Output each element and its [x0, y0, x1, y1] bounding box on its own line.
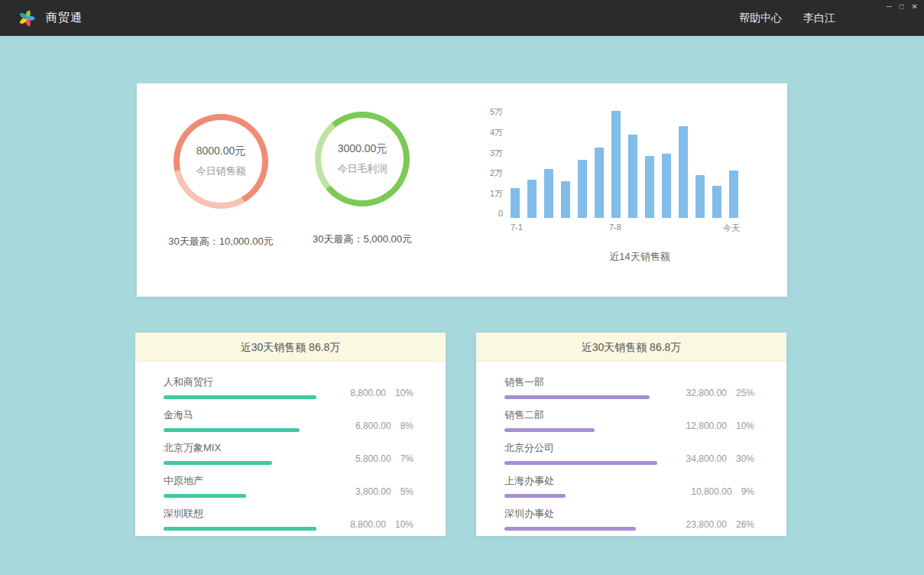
row-bar-track	[504, 428, 657, 432]
list-item-right: 12,800.0010%	[686, 421, 754, 432]
list-item: 中原地产 3,800.005%	[164, 474, 413, 498]
list-item: 人和商贸行 8,800.0010%	[164, 375, 413, 399]
chart-bar	[662, 154, 671, 218]
row-bar	[504, 395, 650, 399]
titlebar-left: 商贸通	[18, 10, 83, 27]
app-logo-icon	[18, 10, 35, 27]
profit-donut-value: 3000.00元	[338, 142, 387, 156]
x-tick-start: 7-1	[511, 223, 523, 232]
row-bar	[164, 428, 300, 432]
chart-plot-area: 7-1 7-8 今天	[511, 106, 740, 235]
window-controls: ─ □ ✕	[886, 2, 918, 11]
row-percent: 10%	[736, 421, 754, 431]
row-bar-track	[164, 428, 316, 432]
profit-donut-label: 今日毛利润	[338, 162, 387, 176]
row-value: 23,800.00	[686, 519, 727, 530]
chart-bar	[729, 171, 738, 218]
profit-donut-footnote: 30天最高：5,000.00元	[301, 232, 423, 246]
row-name: 中原地产	[164, 474, 316, 488]
row-name: 销售二部	[504, 408, 657, 422]
row-bar	[164, 461, 272, 465]
list-item-left: 北京万象MIX	[164, 441, 316, 465]
row-bar	[504, 494, 566, 498]
titlebar: 商贸通 帮助中心 李白江 ─ □ ✕	[0, 0, 924, 36]
row-value: 12,800.00	[686, 421, 727, 431]
row-name: 上海办事处	[504, 474, 657, 488]
sales-donut-footnote: 30天最高：10,000.00元	[160, 235, 282, 249]
chart-bar	[527, 180, 537, 218]
list-item-left: 北京分公司	[504, 441, 657, 465]
row-bar	[164, 527, 316, 531]
row-bar-track	[504, 461, 657, 465]
customers-rows: 人和商贸行 8,800.0010% 金海马 6,800.008% 北京万象MIX…	[135, 362, 446, 531]
row-bar-track	[504, 395, 657, 399]
row-value: 5,800.00	[355, 453, 391, 464]
chart-bar	[611, 111, 621, 218]
maximize-icon[interactable]: □	[900, 2, 904, 11]
row-bar-track	[164, 395, 316, 399]
list-item: 北京万象MIX 5,800.007%	[164, 441, 413, 465]
row-bar	[504, 428, 595, 432]
chart-x-axis: 7-1 7-8 今天	[511, 223, 740, 235]
x-tick-end: 今天	[723, 223, 740, 234]
row-bar-track	[164, 461, 316, 465]
row-name: 深圳办事处	[504, 507, 657, 521]
chart-bar	[511, 188, 520, 218]
row-percent: 7%	[400, 453, 413, 464]
row-bar-track	[164, 527, 316, 531]
row-name: 深圳联想	[164, 507, 316, 521]
row-bar-track	[504, 527, 657, 531]
row-percent: 8%	[400, 421, 413, 431]
chart-bars	[511, 111, 740, 218]
y-tick-label: 1万	[490, 188, 503, 200]
list-item-left: 人和商贸行	[164, 375, 316, 399]
row-name: 金海马	[164, 408, 316, 422]
row-percent: 9%	[741, 486, 754, 497]
list-item-right: 32,800.0025%	[686, 388, 754, 399]
x-tick-mid: 7-8	[609, 223, 621, 232]
row-value: 34,800.00	[686, 453, 727, 464]
list-item: 销售一部 32,800.0025%	[504, 375, 754, 399]
chart-bar	[561, 181, 570, 218]
row-percent: 10%	[395, 519, 413, 530]
list-item: 深圳联想 8,800.0010%	[164, 507, 413, 531]
sales-donut-ring: 8000.00元 今日销售额	[173, 114, 268, 209]
overview-card: 8000.00元 今日销售额 30天最高：10,000.00元 3000.00元…	[137, 83, 787, 297]
list-item-left: 深圳联想	[164, 507, 316, 531]
list-item: 北京分公司 34,800.0030%	[504, 441, 754, 465]
username-link[interactable]: 李白江	[803, 11, 835, 25]
departments-card-title: 近30天销售额 86.8万	[476, 333, 786, 362]
chart-bar	[679, 126, 688, 218]
row-percent: 26%	[736, 519, 754, 530]
list-item-left: 上海办事处	[504, 474, 657, 498]
list-item-right: 8,800.0010%	[350, 388, 413, 399]
help-center-link[interactable]: 帮助中心	[739, 11, 782, 25]
app-title: 商贸通	[46, 11, 83, 25]
y-tick-label: 2万	[490, 167, 503, 179]
list-item-right: 23,800.0026%	[686, 519, 754, 531]
chart-bar	[544, 169, 553, 218]
row-name: 北京分公司	[504, 441, 657, 455]
list-item-right: 10,800.009%	[691, 486, 754, 498]
today-sales-donut: 8000.00元 今日销售额 30天最高：10,000.00元	[160, 114, 282, 249]
minimize-icon[interactable]: ─	[886, 2, 891, 11]
profit-donut-ring: 3000.00元 今日毛利润	[315, 112, 410, 206]
list-item: 销售二部 12,800.0010%	[504, 408, 754, 432]
close-icon[interactable]: ✕	[912, 2, 918, 11]
chart-bar	[645, 156, 654, 218]
row-percent: 30%	[736, 453, 754, 464]
list-item-left: 金海马	[164, 408, 316, 432]
chart-bar	[595, 148, 604, 218]
chart-area: 5万4万3万2万1万0 7-1 7-8 今天	[485, 106, 769, 235]
sales-donut-value: 8000.00元	[196, 145, 246, 158]
titlebar-nav: 帮助中心 李白江	[739, 11, 835, 25]
row-bar	[504, 527, 636, 531]
sales-donut-label: 今日销售额	[196, 164, 246, 178]
row-percent: 25%	[736, 388, 754, 398]
list-item-right: 6,800.008%	[355, 421, 413, 432]
departments-sales-card: 近30天销售额 86.8万 销售一部 32,800.0025% 销售二部 12,…	[476, 333, 786, 536]
row-bar	[164, 494, 246, 498]
list-item: 深圳办事处 23,800.0026%	[504, 507, 754, 531]
row-name: 北京万象MIX	[164, 441, 316, 455]
row-value: 3,800.00	[355, 486, 391, 497]
